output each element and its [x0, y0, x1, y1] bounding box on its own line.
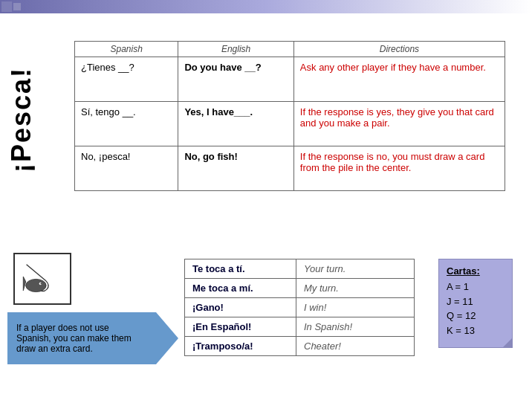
svg-marker-2	[23, 277, 25, 291]
cartas-box: Cartas: A = 1J = 11Q = 12K = 13	[438, 259, 513, 348]
vocab-spanish: Te toca a tí.	[185, 259, 296, 279]
col-header-spanish: Spanish	[75, 42, 178, 57]
table-row: Sí, tengo __. Yes, I have___. If the res…	[75, 102, 505, 146]
cartas-line: J = 11	[447, 294, 505, 309]
vocab-spanish: ¡Tramposo/a!	[185, 337, 296, 356]
vocab-english: In Spanish!	[296, 317, 415, 337]
col-header-english: English	[178, 42, 293, 57]
table-row: No, ¡pesca! No, go fish! If the response…	[75, 146, 505, 191]
row2-spanish: Sí, tengo __.	[75, 102, 178, 146]
vocab-spanish: ¡Gano!	[185, 298, 296, 317]
cartas-line: Q = 12	[447, 309, 505, 323]
vocab-row: ¡En Español!In Spanish!	[185, 317, 415, 337]
row2-directions: If the response is yes, they give you th…	[293, 102, 505, 146]
vocab-row: Me toca a mí.My turn.	[185, 279, 415, 298]
vocab-spanish: Me toca a mí.	[185, 279, 296, 298]
vocab-row: ¡Gano!I win!	[185, 298, 415, 317]
row1-spanish: ¿Tienes __?	[75, 57, 178, 102]
arrow-shape: If a player does not use Spanish, you ca…	[7, 312, 156, 364]
top-bar	[0, 0, 532, 13]
vocab-table: Te toca a tí.Your turn.Me toca a mí.My t…	[184, 259, 415, 356]
page-title: ¡Pesca!	[6, 67, 37, 172]
table-row: ¿Tienes __? Do you have __? Ask any othe…	[75, 57, 505, 102]
row2-english: Yes, I have___.	[178, 102, 293, 146]
vocab-english: I win!	[296, 298, 415, 317]
vocab-spanish: ¡En Español!	[185, 317, 296, 337]
vocab-english: My turn.	[296, 279, 415, 298]
main-table: Spanish English Directions ¿Tienes __? D…	[74, 41, 505, 191]
deco-square-1	[1, 1, 12, 12]
vocab-english: Cheater!	[296, 337, 415, 356]
vocab-english: Your turn.	[296, 259, 415, 279]
deco-square-2	[13, 3, 21, 10]
cartas-line: K = 13	[447, 323, 505, 338]
vocab-row: Te toca a tí.Your turn.	[185, 259, 415, 279]
svg-point-1	[26, 279, 46, 291]
fish-icon-box	[13, 253, 71, 305]
svg-line-0	[27, 265, 46, 280]
arrow-text: If a player does not use Spanish, you ca…	[16, 323, 146, 354]
fish-icon	[20, 259, 65, 298]
row1-english: Do you have __?	[178, 57, 293, 102]
cartas-lines: A = 1J = 11Q = 12K = 13	[447, 280, 505, 338]
cartas-line: A = 1	[447, 280, 505, 294]
row3-spanish: No, ¡pesca!	[75, 146, 178, 191]
arrow-text-box: If a player does not use Spanish, you ca…	[7, 312, 156, 364]
vocab-row: ¡Tramposo/a!Cheater!	[185, 337, 415, 356]
col-header-directions: Directions	[293, 42, 505, 57]
svg-point-4	[40, 283, 42, 285]
cartas-title: Cartas:	[447, 265, 505, 277]
row1-directions: Ask any other player if they have a numb…	[293, 57, 505, 102]
row3-english: No, go fish!	[178, 146, 293, 191]
row3-directions: If the response is no, you must draw a c…	[293, 146, 505, 191]
